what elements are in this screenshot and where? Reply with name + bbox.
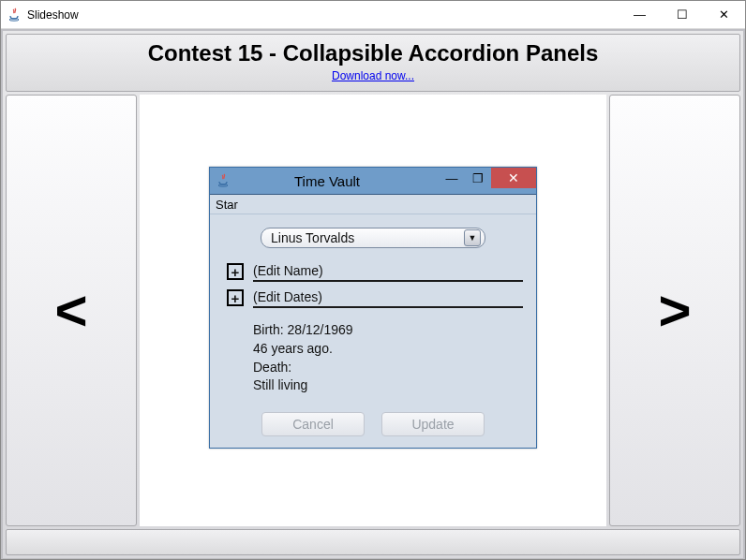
person-dropdown[interactable]: Linus Torvalds ▼ bbox=[261, 228, 485, 248]
age-line: 46 years ago. bbox=[253, 340, 523, 359]
footer-panel bbox=[6, 529, 740, 555]
download-link[interactable]: Download now... bbox=[332, 69, 414, 82]
header-panel: Contest 15 - Collapsible Accordion Panel… bbox=[6, 34, 740, 92]
timevault-buttons: Cancel Update bbox=[223, 412, 523, 436]
cancel-button[interactable]: Cancel bbox=[261, 412, 365, 436]
slide-area: Time Vault — ❐ ✕ Star Linus Torvalds ▼ bbox=[140, 95, 606, 526]
timevault-window: Time Vault — ❐ ✕ Star Linus Torvalds ▼ bbox=[209, 167, 537, 448]
timevault-menubar: Star bbox=[210, 194, 536, 214]
tv-maximize-button[interactable]: ❐ bbox=[465, 168, 491, 188]
update-label: Update bbox=[411, 417, 454, 432]
page-title: Contest 15 - Collapsible Accordion Panel… bbox=[7, 40, 739, 66]
birth-line: Birth: 28/12/1969 bbox=[253, 321, 523, 340]
death-value: Still living bbox=[253, 376, 523, 395]
dropdown-value: Linus Torvalds bbox=[271, 230, 354, 245]
edit-dates-field[interactable] bbox=[253, 287, 523, 308]
svg-point-0 bbox=[9, 18, 19, 20]
minimize-button[interactable]: — bbox=[619, 1, 661, 28]
maximize-icon: ☐ bbox=[677, 7, 688, 22]
tv-close-button[interactable]: ✕ bbox=[491, 168, 536, 188]
timevault-title: Time Vault bbox=[216, 173, 439, 189]
chevron-down-icon: ▼ bbox=[464, 229, 481, 246]
prev-button[interactable]: < bbox=[6, 95, 137, 526]
edit-dates-row: + bbox=[223, 287, 523, 308]
minimize-icon: — bbox=[446, 171, 458, 185]
minimize-icon: — bbox=[634, 7, 646, 22]
close-icon: ✕ bbox=[719, 7, 729, 22]
expand-dates-toggle[interactable]: + bbox=[227, 289, 244, 306]
window-title: Slideshow bbox=[27, 8, 79, 22]
window-titlebar: Slideshow — ☐ ✕ bbox=[1, 1, 745, 29]
chevron-right-icon: > bbox=[658, 278, 691, 343]
tv-minimize-button[interactable]: — bbox=[439, 168, 465, 188]
edit-name-row: + bbox=[223, 261, 523, 282]
chevron-left-icon: < bbox=[54, 278, 87, 343]
next-button[interactable]: > bbox=[609, 95, 740, 526]
java-icon bbox=[7, 7, 22, 22]
timevault-titlebar: Time Vault — ❐ ✕ bbox=[210, 168, 536, 194]
menu-star[interactable]: Star bbox=[216, 198, 238, 212]
edit-name-field[interactable] bbox=[253, 261, 523, 282]
update-button[interactable]: Update bbox=[381, 412, 485, 436]
close-icon: ✕ bbox=[508, 170, 519, 185]
timevault-body: Linus Torvalds ▼ + + Birth: 28/12/1969 4… bbox=[210, 214, 536, 447]
death-label: Death: bbox=[253, 359, 523, 377]
slide-row: < Time Vault — ❐ ✕ Star bbox=[6, 95, 740, 526]
close-button[interactable]: ✕ bbox=[703, 1, 745, 28]
maximize-icon: ❐ bbox=[472, 171, 484, 185]
maximize-button[interactable]: ☐ bbox=[661, 1, 703, 28]
app-content: Contest 15 - Collapsible Accordion Panel… bbox=[1, 29, 745, 560]
cancel-label: Cancel bbox=[292, 417, 334, 432]
person-info: Birth: 28/12/1969 46 years ago. Death: S… bbox=[223, 321, 523, 394]
expand-name-toggle[interactable]: + bbox=[227, 263, 244, 280]
